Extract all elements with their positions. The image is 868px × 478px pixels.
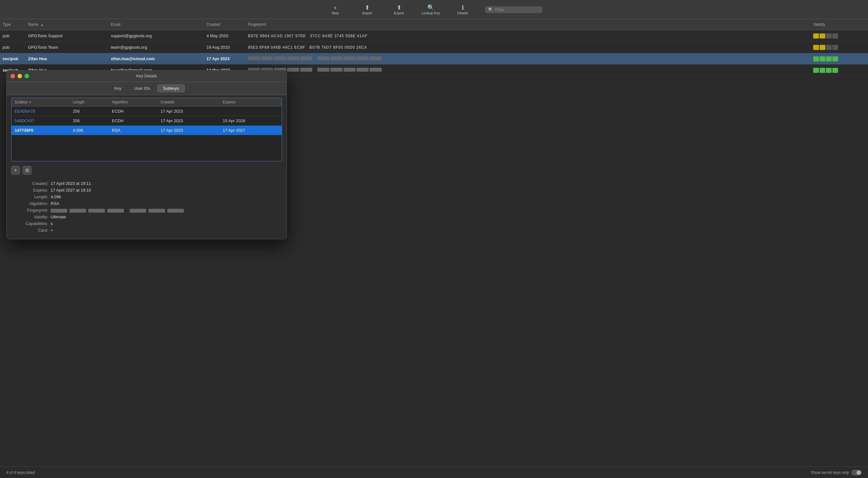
fp-block bbox=[331, 56, 343, 60]
key-list-header: Type Name ▲ Email Created Fingerprint Va… bbox=[0, 19, 868, 30]
fp-block bbox=[88, 209, 105, 213]
key-row-0[interactable]: pub GPGTools Support support@gpgtools.or… bbox=[0, 30, 868, 42]
maximize-button[interactable] bbox=[25, 74, 29, 78]
validity-block bbox=[826, 45, 832, 50]
detail-length: Length: 4,096 bbox=[13, 195, 280, 199]
row-2-email: zifan.hua@icloud.com bbox=[108, 55, 204, 62]
tab-user-ids[interactable]: User IDs bbox=[128, 84, 156, 92]
subkey-row-2[interactable]: 147735F0 4,096 RSA 17 Apr 2023 17 Apr 20… bbox=[11, 126, 282, 135]
export-icon: ⬆ bbox=[397, 5, 402, 10]
validity-block bbox=[813, 45, 819, 50]
row-1-name: GPGTools Team bbox=[26, 44, 108, 51]
window-titlebar: Key Details bbox=[7, 70, 286, 82]
new-icon: ＋ bbox=[332, 5, 338, 10]
fp-block bbox=[356, 68, 369, 72]
fp-block bbox=[343, 56, 355, 60]
detail-section: Created: 17 April 2023 at 19:11 Expires:… bbox=[7, 177, 286, 239]
subkey-created-2: 17 Apr 2023 bbox=[157, 126, 220, 135]
col-created: Created bbox=[157, 98, 220, 107]
new-button[interactable]: ＋ New bbox=[326, 5, 345, 15]
key-row-1[interactable]: pub GPGTools Team team@gpgtools.org 19 A… bbox=[0, 42, 868, 53]
key-list: Type Name ▲ Email Created Fingerprint Va… bbox=[0, 19, 868, 76]
details-button[interactable]: ℹ Details bbox=[453, 5, 472, 15]
fp-block bbox=[300, 68, 312, 72]
header-email: Email bbox=[108, 21, 204, 28]
secret-keys-toggle[interactable] bbox=[851, 470, 862, 475]
header-validity: Validity bbox=[811, 21, 868, 28]
tab-key[interactable]: Key bbox=[108, 84, 127, 92]
info-icon: ℹ bbox=[462, 5, 464, 10]
fp-block bbox=[370, 68, 382, 72]
col-algorithm: Algorithm bbox=[108, 98, 157, 107]
subkey-row-1[interactable]: 540DC437 256 ECDH 17 Apr 2023 15 Apr 202… bbox=[11, 116, 282, 126]
validity-block bbox=[826, 56, 832, 61]
subkey-row-0[interactable]: EE4D6A78 256 ECDH 17 Apr 2023 bbox=[11, 107, 282, 116]
fp-block bbox=[51, 209, 67, 213]
detail-created: Created: 17 April 2023 at 19:11 bbox=[13, 181, 280, 186]
row-2-created: 17 Apr 2023 bbox=[204, 55, 245, 62]
subkey-length-1: 256 bbox=[69, 116, 108, 126]
validity-block bbox=[813, 56, 819, 61]
add-subkey-button[interactable]: + bbox=[11, 166, 20, 175]
subkeys-table-container[interactable]: Subkey ▼ Length Algorithm Created Expire… bbox=[11, 98, 282, 161]
subkey-expires-1: 15 Apr 2028 bbox=[220, 116, 282, 126]
row-1-fingerprint: 85E3 8F69 046B 44C1 EC9F B07B 76D7 8F05 … bbox=[245, 44, 811, 51]
row-0-fingerprint: B97E 9964 ACAD 1907 970D 37CC 8A9E 3745 … bbox=[245, 32, 811, 39]
filter-icon: 🔍 bbox=[488, 7, 493, 12]
subkey-id-0: EE4D6A78 bbox=[11, 107, 69, 116]
header-name: Name ▲ bbox=[26, 21, 108, 28]
validity-block bbox=[819, 45, 825, 50]
fp-block bbox=[261, 56, 273, 60]
tab-subkeys[interactable]: Subkeys bbox=[157, 84, 185, 92]
validity-block bbox=[813, 68, 819, 73]
subkey-algo-1: ECDH bbox=[108, 116, 157, 126]
fp-block bbox=[107, 209, 124, 213]
detail-card: Card: + bbox=[13, 228, 280, 233]
fp-block bbox=[69, 209, 86, 213]
key-count: 4 of 4 keys listed bbox=[6, 470, 35, 475]
subkey-created-1: 17 Apr 2023 bbox=[157, 116, 220, 126]
subkey-length-0: 256 bbox=[69, 107, 108, 116]
key-row-2[interactable]: sec/pub Zifan Hua zifan.hua@icloud.com 1… bbox=[0, 53, 868, 65]
fp-block bbox=[167, 209, 184, 213]
row-1-validity bbox=[811, 44, 868, 51]
import-icon: ⬆ bbox=[365, 5, 370, 10]
validity-block bbox=[826, 68, 832, 73]
fp-block bbox=[149, 209, 165, 213]
gear-button[interactable]: ⚙ bbox=[23, 166, 32, 175]
fp-block bbox=[274, 56, 286, 60]
detail-capabilities: Capabilities: s bbox=[13, 221, 280, 226]
minimize-button[interactable] bbox=[18, 74, 22, 78]
row-2-type: sec/pub bbox=[0, 55, 26, 62]
gear-icon: ⚙ bbox=[25, 167, 29, 173]
col-length: Length bbox=[69, 98, 108, 107]
window-controls bbox=[10, 74, 29, 78]
subkey-algo-2: RSA bbox=[108, 126, 157, 135]
col-expires: Expires bbox=[220, 98, 282, 107]
filter-input[interactable]: 🔍 Filter bbox=[485, 6, 542, 13]
export-button[interactable]: ⬆ Export bbox=[390, 5, 408, 15]
add-icon: + bbox=[14, 167, 17, 173]
row-2-name: Zifan Hua bbox=[26, 55, 108, 62]
filter-placeholder: Filter bbox=[495, 7, 504, 12]
toggle-label: Show secret keys only bbox=[811, 470, 849, 475]
import-button[interactable]: ⬆ Import bbox=[358, 5, 377, 15]
subkey-expires-2: 17 Apr 2027 bbox=[220, 126, 282, 135]
subkey-algo-0: ECDH bbox=[108, 107, 157, 116]
search-icon: 🔍 bbox=[427, 5, 434, 10]
fp-block bbox=[287, 68, 299, 72]
close-button[interactable] bbox=[10, 74, 15, 78]
row-0-created: 4 May 2020 bbox=[204, 32, 245, 39]
key-details-window: Key Details Key User IDs Subkeys Subkey … bbox=[6, 70, 287, 239]
detail-expires: Expires: 17 April 2027 at 19:10 bbox=[13, 188, 280, 193]
lookup-key-button[interactable]: 🔍 Lookup Key bbox=[421, 5, 440, 15]
row-0-name: GPGTools Support bbox=[26, 32, 108, 39]
header-created: Created bbox=[204, 21, 245, 28]
validity-block bbox=[832, 68, 838, 73]
detail-algorithm: Algorithm: RSA bbox=[13, 201, 280, 206]
validity-block bbox=[819, 33, 825, 38]
toggle-knob bbox=[857, 470, 861, 475]
validity-block bbox=[813, 33, 819, 38]
subkey-expires-0 bbox=[220, 107, 282, 116]
validity-block bbox=[819, 68, 825, 73]
